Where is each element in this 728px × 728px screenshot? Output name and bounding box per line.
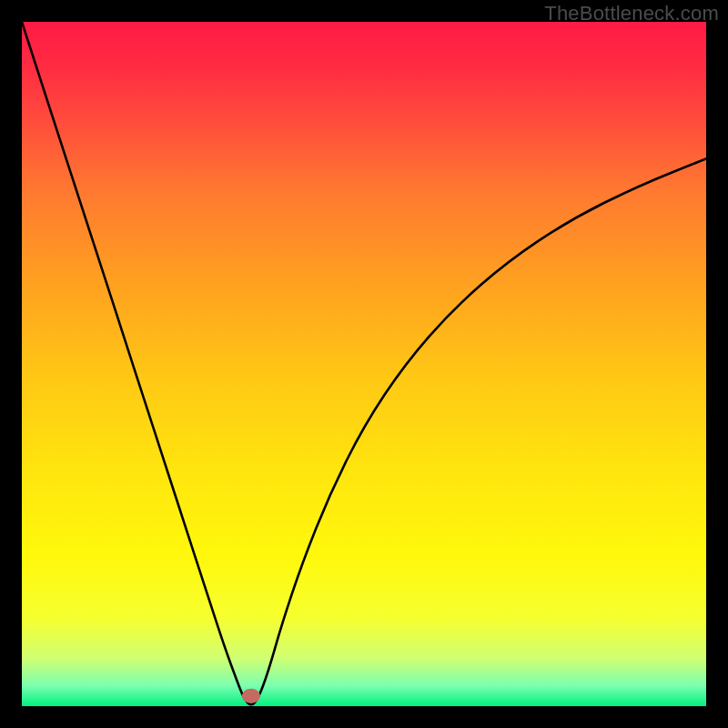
gradient-background	[22, 22, 706, 706]
bottleneck-chart	[22, 22, 706, 706]
chart-frame	[22, 22, 706, 706]
optimal-point-marker	[242, 689, 260, 703]
